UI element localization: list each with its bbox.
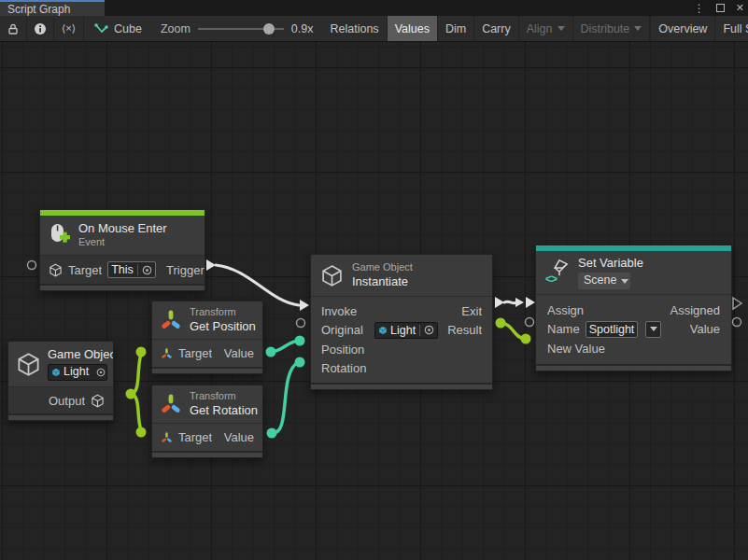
node-footer <box>536 364 731 371</box>
zoom-value: 0.9x <box>291 22 314 35</box>
object-value: Light <box>64 365 89 380</box>
wire-trigger-to-invoke[interactable] <box>216 265 299 305</box>
fullscreen-button[interactable]: Full Screen <box>715 16 748 41</box>
result-port-label: Result <box>447 323 482 337</box>
name-dropdown-button[interactable] <box>645 321 661 338</box>
object-picker-icon[interactable] <box>142 265 152 275</box>
set-variable-icon: <> <box>545 259 570 286</box>
object-picker-icon[interactable] <box>96 368 106 377</box>
getrotation-target-dot[interactable] <box>136 427 147 438</box>
node-footer <box>311 383 492 389</box>
newvalue-port-dot[interactable] <box>521 334 531 344</box>
node-subtitle: Event <box>78 236 167 249</box>
transform-icon <box>161 431 173 444</box>
align-button[interactable]: Align <box>519 16 573 41</box>
mouseenter-target-port[interactable] <box>28 261 36 270</box>
lock-button[interactable] <box>0 16 27 41</box>
window-controls: ⋮ ✕ <box>694 0 744 16</box>
overview-button[interactable]: Overview <box>650 16 715 41</box>
original-in-port[interactable] <box>297 319 305 328</box>
graph-toolbar: ⟨×⟩ Cube Zoom 0.9x Relations Values Dim … <box>0 16 748 42</box>
value-out-port[interactable] <box>733 318 741 327</box>
node-title: Get Rotation <box>190 403 262 418</box>
info-button[interactable] <box>27 16 54 41</box>
name-value: Spotlight <box>589 323 635 336</box>
game-object-icon <box>320 264 344 287</box>
zoom-slider-handle[interactable] <box>263 23 275 35</box>
node-header[interactable]: Game Object Light <box>8 342 113 386</box>
game-object-icon <box>91 394 105 408</box>
transform-icon <box>161 347 173 360</box>
output-port-dot[interactable] <box>126 389 136 399</box>
dim-button[interactable]: Dim <box>438 16 474 41</box>
node-footer <box>40 284 205 290</box>
assigned-out-port[interactable] <box>733 298 741 309</box>
unity-object-icon <box>378 326 388 335</box>
variable-scope-dropdown[interactable]: Scene <box>578 273 630 289</box>
target-value: This <box>111 263 134 276</box>
wire-rotation-value[interactable] <box>272 362 299 433</box>
invoke-in-arrow[interactable] <box>300 300 309 311</box>
original-value-chip[interactable]: Light <box>374 322 438 339</box>
distribute-button[interactable]: Distribute <box>573 16 651 41</box>
assign-arrow[interactable] <box>515 298 524 307</box>
node-set-variable[interactable]: <> Set Variable Scene Assign Assigned Na… <box>535 245 732 371</box>
instantiate-position-dot[interactable] <box>295 336 305 346</box>
script-graph-window: Script Graph ⋮ ✕ ⟨×⟩ <box>0 0 748 560</box>
close-icon[interactable]: ✕ <box>736 2 744 14</box>
tab-script-graph[interactable]: Script Graph <box>0 0 105 16</box>
name-in-port[interactable] <box>526 318 534 327</box>
node-get-rotation[interactable]: Transform Get Rotation Target Value <box>151 385 263 458</box>
wire-result-to-newvalue[interactable] <box>501 323 525 339</box>
value-port-label: Value <box>224 346 254 360</box>
trigger-out-port[interactable] <box>206 259 216 271</box>
transform-icon <box>160 392 182 416</box>
new-value-port-label: New Value <box>547 342 605 356</box>
name-value-field[interactable]: Spotlight <box>586 321 639 338</box>
target-value-chip[interactable]: This <box>107 261 156 278</box>
original-value: Light <box>390 324 416 337</box>
values-button[interactable]: Values <box>388 16 438 41</box>
values-label: Values <box>395 22 430 35</box>
object-value-chip[interactable]: Light <box>48 364 107 381</box>
wire-light-to-getrotation[interactable] <box>131 394 141 430</box>
node-header[interactable]: <> Set Variable Scene <box>536 251 731 294</box>
result-port-dot[interactable] <box>496 318 506 329</box>
edit-script-button[interactable]: ⟨×⟩ <box>54 16 84 41</box>
graph-canvas[interactable]: On Mouse Enter Event Target This <box>0 42 748 560</box>
node-header[interactable]: Transform Get Position <box>152 301 262 339</box>
getposition-value-dot[interactable] <box>266 347 276 357</box>
wire-exit-to-assign[interactable] <box>504 301 516 303</box>
wire-light-to-getposition[interactable] <box>131 354 141 394</box>
node-instantiate[interactable]: Game Object Instantiate Invoke Exit Orig… <box>310 254 493 390</box>
object-picker-icon[interactable] <box>424 325 434 335</box>
exit-out-port[interactable] <box>495 297 504 308</box>
instantiate-rotation-dot[interactable] <box>295 357 305 368</box>
node-get-position[interactable]: Transform Get Position Target Value <box>151 301 263 374</box>
unity-object-icon <box>51 368 61 377</box>
value-port-label: Value <box>224 430 254 444</box>
getrotation-value-dot[interactable] <box>267 428 277 439</box>
node-category: Game Object <box>352 261 413 274</box>
node-header[interactable]: Transform Get Rotation <box>152 385 262 423</box>
maximize-icon[interactable] <box>716 4 725 12</box>
relations-label: Relations <box>331 22 379 35</box>
chevron-down-icon <box>557 26 565 31</box>
graph-breadcrumb[interactable]: Cube <box>84 16 151 41</box>
node-category: Transform <box>190 306 262 319</box>
node-on-mouse-enter[interactable]: On Mouse Enter Event Target This <box>39 209 205 291</box>
node-header[interactable]: Game Object Instantiate <box>311 255 492 296</box>
getposition-target-dot[interactable] <box>136 347 147 357</box>
zoom-control: Zoom 0.9x <box>151 16 323 41</box>
wire-position-value[interactable] <box>271 341 299 352</box>
relations-button[interactable]: Relations <box>323 16 388 41</box>
chip-divider <box>137 264 138 275</box>
node-header[interactable]: On Mouse Enter Event <box>40 216 205 255</box>
zoom-slider[interactable] <box>198 23 284 35</box>
kebab-menu-icon[interactable]: ⋮ <box>694 2 705 15</box>
assign-in-port[interactable] <box>526 297 535 308</box>
node-title: On Mouse Enter <box>78 221 167 236</box>
carry-button[interactable]: Carry <box>474 16 519 41</box>
node-footer <box>152 451 262 457</box>
node-game-object-light[interactable]: Game Object Light <box>7 341 114 421</box>
